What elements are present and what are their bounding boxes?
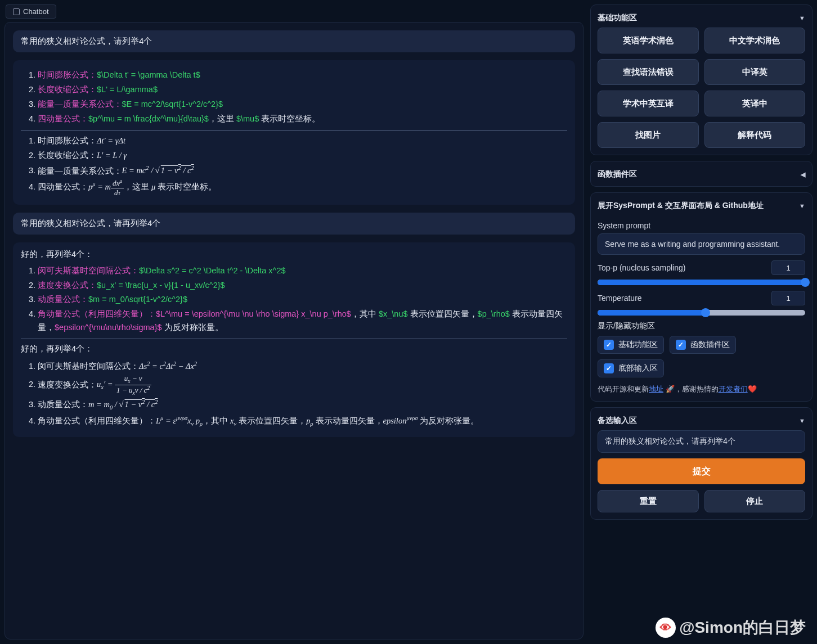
reset-button[interactable]: 重置 [598, 490, 699, 512]
list-item: 角动量公式（利用四维矢量）：$L^\mu = \epsilon^{\mu \nu… [38, 307, 567, 335]
checkbox-checked-icon: ✓ [676, 340, 686, 350]
visibility-label: 显示/隐藏功能区 [598, 321, 805, 331]
intro-text: 好的，再列举4个： [21, 248, 567, 262]
heart-icon: ❤️ [748, 385, 757, 393]
chk-basic[interactable]: ✓ 基础功能区 [598, 336, 664, 354]
list-item: 动质量公式：m = m0 / 1 − v2 / c2 [38, 397, 567, 413]
panel-header-sys[interactable]: 展开SysPrompt & 交互界面布局 & Github地址 ▼ [598, 199, 805, 215]
list-rendered: 时间膨胀公式：Δt′ = γΔt 长度收缩公式：L′ = L / γ 能量—质量… [21, 134, 567, 197]
assistant-message: 时间膨胀公式：$\Delta t' = \gamma \Delta t$ 长度收… [13, 60, 575, 205]
btn-zh-to-en[interactable]: 中译英 [704, 59, 806, 85]
separator [21, 339, 567, 339]
stop-button[interactable]: 停止 [704, 490, 806, 512]
checkbox-checked-icon: ✓ [604, 363, 614, 373]
list-item: 四动量公式：pμ = mdxμdτ，这里 μ 表示时空坐标。 [38, 178, 567, 196]
attribution-line: 代码开源和更新地址 🚀，感谢热情的开发者们❤️ [598, 384, 805, 394]
chat-column: Chatbot 常用的狭义相对论公式，请列举4个 时间膨胀公式：$\Delta … [5, 4, 583, 640]
btn-find-image[interactable]: 找图片 [598, 122, 699, 148]
btn-english-polish[interactable]: 英语学术润色 [598, 28, 699, 53]
panel-title: 展开SysPrompt & 交互界面布局 & Github地址 [598, 201, 764, 211]
devs-link[interactable]: 开发者们 [719, 385, 748, 393]
assistant-message: 好的，再列举4个： 闵可夫斯基时空间隔公式：$\Delta s^2 = c^2 … [13, 242, 575, 437]
basic-buttons-grid: 英语学术润色 中文学术润色 查找语法错误 中译英 学术中英互译 英译中 找图片 … [598, 28, 805, 148]
btn-explain-code[interactable]: 解释代码 [704, 122, 806, 148]
panel-title: 基础功能区 [598, 13, 637, 23]
list-item: 长度收缩公式：L′ = L / γ [38, 148, 567, 163]
checkbox-checked-icon: ✓ [604, 340, 614, 350]
system-prompt-label: System prompt [598, 221, 805, 230]
chevron-down-icon: ▼ [799, 417, 805, 424]
chevron-down-icon: ▼ [799, 202, 805, 209]
panel-header-plugins[interactable]: 函数插件区 ◀ [598, 167, 805, 181]
btn-academic-translate[interactable]: 学术中英互译 [598, 91, 699, 116]
list-item: 动质量公式：$m = m_0/\sqrt{1-v^2/c^2}$ [38, 292, 567, 307]
list-raw: 闵可夫斯基时空间隔公式：$\Delta s^2 = c^2 \Delta t^2… [21, 264, 567, 336]
list-item: 长度收缩公式：$L' = L/\gamma$ [38, 83, 567, 97]
list-item: 闵可夫斯基时空间隔公式：$\Delta s^2 = c^2 \Delta t^2… [38, 264, 567, 278]
list-item: 速度变换公式：ux′ = ux − v1 − uxv / c2 [38, 374, 567, 397]
chk-bottom-input[interactable]: ✓ 底部输入区 [598, 359, 664, 377]
system-prompt-input[interactable]: Serve me as a writing and programming as… [598, 233, 805, 255]
list-item: 速度变换公式：$u_x' = \frac{u_x - v}{1 - u_xv/c… [38, 278, 567, 293]
temperature-slider[interactable] [598, 310, 805, 316]
temperature-value[interactable]: 1 [771, 291, 805, 305]
list-item: 能量—质量关系公式：E = mc2 / 1 − v2 / c2 [38, 163, 567, 179]
btn-grammar-check[interactable]: 查找语法错误 [598, 59, 699, 85]
topp-label: Top-p (nucleus sampling) [598, 263, 685, 272]
chk-plugins[interactable]: ✓ 函数插件区 [670, 336, 736, 354]
list-raw: 时间膨胀公式：$\Delta t' = \gamma \Delta t$ 长度收… [21, 68, 567, 127]
list-item: 角动量公式（利用四维矢量）：Lμ = εμνρσxν pρ，其中 xν 表示位置… [38, 413, 567, 429]
user-text: 常用的狭义相对论公式，请再列举4个 [21, 218, 160, 228]
separator [21, 130, 567, 130]
btn-chinese-polish[interactable]: 中文学术润色 [704, 28, 806, 53]
list-item: 四动量公式：$p^\mu = m \frac{dx^\mu}{d\tau}$，这… [38, 112, 567, 127]
user-text: 常用的狭义相对论公式，请列举4个 [21, 36, 152, 46]
tab-chatbot[interactable]: Chatbot [6, 4, 56, 19]
list-item: 时间膨胀公式：$\Delta t' = \gamma \Delta t$ [38, 68, 567, 83]
tab-label: Chatbot [23, 7, 49, 16]
panel-alt-input: 备选输入区 ▼ 常用的狭义相对论公式，请再列举4个 提交 重置 停止 [590, 407, 812, 520]
chat-body: 常用的狭义相对论公式，请列举4个 时间膨胀公式：$\Delta t' = \ga… [5, 22, 583, 640]
panel-basic: 基础功能区 ▼ 英语学术润色 中文学术润色 查找语法错误 中译英 学术中英互译 … [590, 4, 812, 155]
list-item: 闵可夫斯基时空间隔公式：Δs2 = c2Δt2 − Δx2 [38, 358, 567, 374]
list-rendered: 闵可夫斯基时空间隔公式：Δs2 = c2Δt2 − Δx2 速度变换公式：ux′… [21, 358, 567, 429]
panel-header-basic[interactable]: 基础功能区 ▼ [598, 11, 805, 28]
alt-input[interactable]: 常用的狭义相对论公式，请再列举4个 [598, 430, 805, 453]
user-message: 常用的狭义相对论公式，请列举4个 [13, 30, 575, 52]
github-link[interactable]: 地址 [649, 385, 663, 393]
panel-title: 备选输入区 [598, 416, 637, 426]
chevron-down-icon: ▼ [799, 15, 805, 21]
panel-plugins: 函数插件区 ◀ [590, 161, 812, 187]
chevron-left-icon: ◀ [801, 171, 805, 178]
btn-en-to-zh[interactable]: 英译中 [704, 91, 806, 116]
list-item: 能量—质量关系公式：$E = mc^2/\sqrt{1-v^2/c^2}$ [38, 97, 567, 112]
rocket-icon: 🚀 [666, 385, 675, 393]
user-message: 常用的狭义相对论公式，请再列举4个 [13, 213, 575, 235]
right-column: 基础功能区 ▼ 英语学术润色 中文学术润色 查找语法错误 中译英 学术中英互译 … [590, 4, 812, 640]
intro-text: 好的，再列举4个： [21, 343, 567, 356]
topp-slider[interactable] [598, 280, 805, 285]
panel-sysprompt: 展开SysPrompt & 交互界面布局 & Github地址 ▼ System… [590, 192, 812, 402]
panel-header-alt[interactable]: 备选输入区 ▼ [598, 413, 805, 430]
panel-title: 函数插件区 [598, 169, 637, 179]
list-item: 时间膨胀公式：Δt′ = γΔt [38, 134, 567, 148]
tab-strip: Chatbot [5, 4, 583, 22]
chat-icon [13, 8, 20, 15]
temperature-label: Temperature [598, 294, 642, 303]
submit-button[interactable]: 提交 [598, 458, 805, 484]
topp-value[interactable]: 1 [771, 260, 805, 275]
